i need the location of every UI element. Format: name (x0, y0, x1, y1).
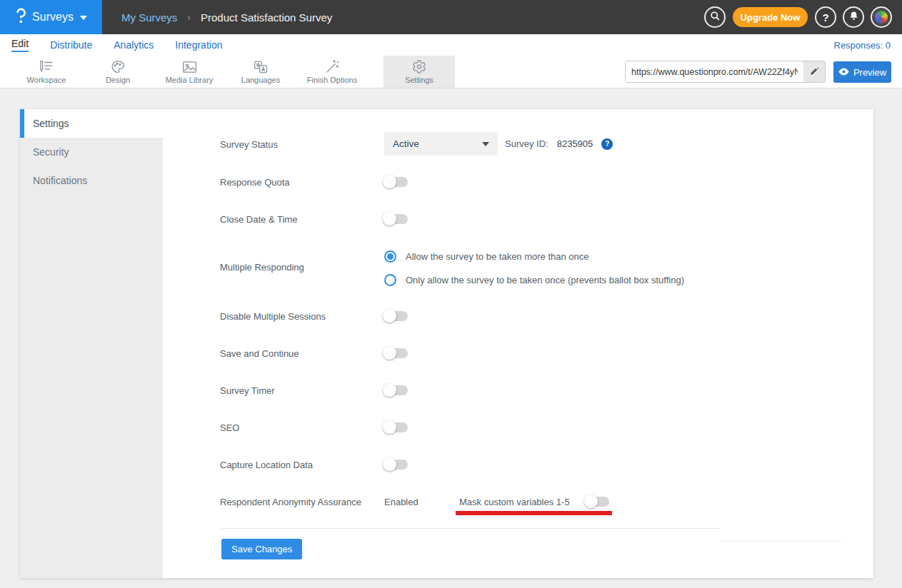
preview-label: Preview (853, 67, 886, 78)
toggle-knob (584, 495, 598, 508)
survey-status-value: Active (393, 138, 419, 149)
toggle-knob (383, 346, 396, 360)
translate-icon (253, 60, 269, 74)
page-title: Product Satisfaction Survey (201, 11, 332, 24)
toggle-knob (383, 212, 396, 225)
toolbar-item-design[interactable]: Design (82, 56, 154, 88)
product-switcher[interactable]: Surveys (0, 0, 102, 34)
toggle-knob (383, 383, 396, 397)
help-button[interactable]: ? (815, 6, 836, 28)
gear-icon (411, 59, 427, 74)
tab-distribute[interactable]: Distribute (50, 39, 92, 51)
capture-location-label: Capture Location Data (220, 460, 313, 470)
radio-option-once[interactable]: Only allow the survey to be taken once (… (384, 268, 684, 292)
disable-sessions-row: Disable Multiple Sessions (20, 304, 873, 328)
workspace-icon (38, 59, 55, 74)
anonymity-label: Respondent Anonymity Assurance (220, 497, 361, 507)
save-changes-button[interactable]: Save Changes (221, 539, 302, 559)
toolbar-label: Workspace (27, 76, 66, 84)
toolbar-label: Languages (241, 76, 280, 84)
survey-status-label: Survey Status (220, 139, 278, 150)
upgrade-now-button[interactable]: Upgrade Now (733, 7, 808, 27)
toggle-knob (383, 309, 396, 323)
divider (721, 541, 842, 542)
survey-url-input[interactable] (626, 61, 803, 82)
survey-id-help-icon[interactable]: ? (601, 138, 613, 150)
toolbar-item-workspace[interactable]: Workspace (11, 56, 82, 88)
tab-analytics[interactable]: Analytics (114, 39, 154, 51)
toolbar-item-finish-options[interactable]: Finish Options (296, 56, 368, 88)
survey-url-field (625, 61, 826, 83)
user-avatar[interactable] (871, 6, 892, 28)
mask-variables-label: Mask custom variables 1-5 (459, 497, 570, 507)
toolbar-label: Media Library (166, 76, 214, 84)
bell-icon (848, 10, 859, 24)
toolbar-label: Design (106, 76, 130, 84)
radio-selected-icon[interactable] (384, 250, 396, 263)
toggle-knob (383, 420, 396, 434)
questionpro-logo-icon (15, 7, 26, 27)
sidebar-item-label: Settings (33, 118, 69, 129)
divider (221, 528, 721, 529)
close-date-label: Close Date & Time (220, 214, 297, 225)
notifications-button[interactable] (843, 6, 864, 28)
responses-count[interactable]: Responses: 0 (834, 34, 891, 56)
highlight-underline (456, 511, 612, 515)
survey-id-group: Survey ID: 8235905 ? (505, 132, 613, 156)
toolbar-label: Settings (405, 76, 434, 84)
breadcrumb: My Surveys › Product Satisfaction Survey (121, 0, 332, 34)
section-nav: Edit Distribute Analytics Integration Re… (0, 34, 902, 56)
response-quota-toggle[interactable] (384, 177, 408, 187)
survey-timer-row: Survey Timer (20, 378, 873, 402)
eye-icon (838, 67, 849, 78)
tab-integration[interactable]: Integration (175, 39, 222, 51)
settings-panel: Settings Security Notifications Survey S… (20, 109, 873, 578)
seo-row: SEO (20, 415, 873, 440)
radio-unselected-icon[interactable] (384, 274, 396, 286)
toolbar-label: Finish Options (307, 76, 357, 84)
survey-id-value: 8235905 (557, 138, 593, 149)
capture-location-row: Capture Location Data (20, 452, 873, 477)
seo-toggle[interactable] (384, 422, 408, 432)
multiple-responding-row: Multiple Responding Allow the survey to … (20, 245, 873, 292)
app-header: Surveys My Surveys › Product Satisfactio… (0, 0, 902, 34)
toggle-knob (383, 457, 396, 471)
toolbar-item-languages[interactable]: Languages (225, 56, 296, 88)
survey-timer-toggle[interactable] (384, 385, 408, 395)
radio-option-label: Allow the survey to be taken more than o… (406, 251, 589, 262)
save-continue-label: Save and Continue (220, 348, 299, 359)
search-button[interactable] (704, 6, 726, 28)
survey-id-label: Survey ID: (505, 138, 548, 149)
close-date-toggle[interactable] (384, 214, 408, 224)
radio-option-multiple[interactable]: Allow the survey to be taken more than o… (384, 245, 589, 268)
palette-icon (110, 59, 126, 74)
anonymity-status: Enabled (384, 497, 419, 507)
mask-variables-toggle[interactable] (586, 497, 609, 507)
avatar-logo-icon (875, 11, 888, 24)
close-date-row: Close Date & Time (20, 207, 873, 231)
save-continue-toggle[interactable] (384, 348, 408, 358)
multiple-responding-label: Multiple Responding (220, 262, 304, 273)
edit-url-button[interactable] (803, 61, 825, 82)
save-continue-row: Save and Continue (20, 341, 873, 365)
survey-status-row: Survey Status Active Survey ID: 8235905 … (20, 132, 873, 156)
anonymity-row: Respondent Anonymity Assurance Enabled M… (20, 490, 873, 514)
toolbar-item-settings[interactable]: Settings (384, 56, 455, 88)
survey-status-select[interactable]: Active (384, 132, 498, 156)
tab-edit[interactable]: Edit (11, 38, 29, 52)
disable-sessions-label: Disable Multiple Sessions (220, 311, 326, 322)
preview-button[interactable]: Preview (833, 61, 891, 83)
disable-sessions-toggle[interactable] (384, 311, 408, 321)
radio-option-label: Only allow the survey to be taken once (… (406, 275, 684, 285)
chevron-down-icon (80, 16, 87, 20)
response-quota-row: Response Quota (20, 170, 873, 194)
response-quota-label: Response Quota (220, 177, 290, 188)
image-icon (181, 60, 198, 74)
product-label: Surveys (32, 11, 74, 24)
breadcrumb-my-surveys[interactable]: My Surveys (121, 11, 177, 24)
edit-toolbar: Workspace Design Media Library (0, 56, 902, 88)
toolbar-item-media-library[interactable]: Media Library (154, 56, 225, 88)
capture-location-toggle[interactable] (384, 460, 408, 470)
breadcrumb-separator: › (187, 11, 191, 23)
magic-wand-icon (324, 59, 340, 74)
